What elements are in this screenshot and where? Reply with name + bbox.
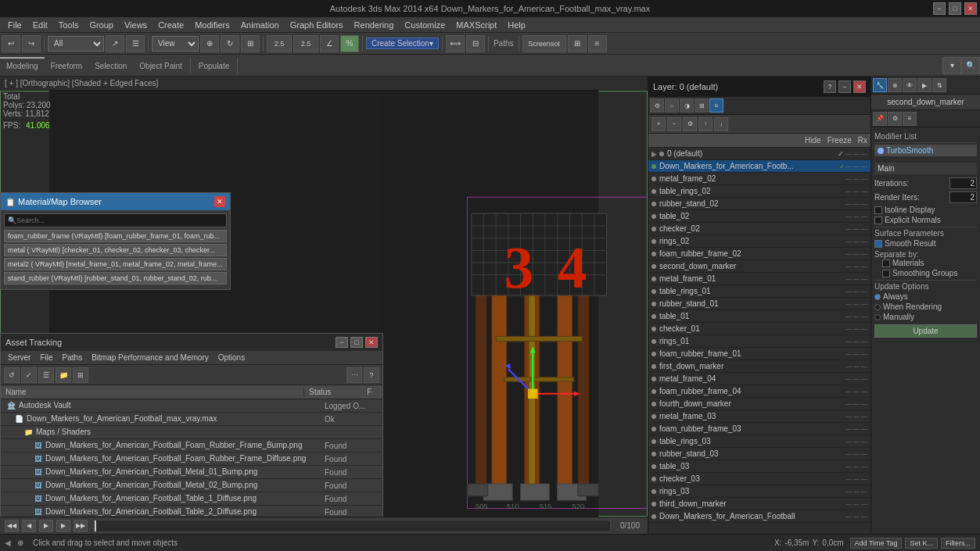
asset-texture-6[interactable]: 🖼Down_Markers_for_American_Football_Tabl… bbox=[1, 506, 382, 517]
set-key-button[interactable]: Set K... bbox=[905, 538, 938, 549]
hide-ctrl-0[interactable]: — bbox=[845, 151, 852, 157]
layer-item-frf04[interactable]: foam_rubber_frame_04 ——— bbox=[648, 385, 871, 398]
mod-configure[interactable]: ⚙ bbox=[888, 112, 902, 126]
layer-item-third[interactable]: third_down_marker ——— bbox=[648, 498, 871, 510]
layer-item-mf03[interactable]: metal_frame_03 ——— bbox=[648, 410, 871, 423]
asset-texture-4[interactable]: 🖼Down_Markers_for_American_Football_Meta… bbox=[1, 479, 382, 492]
freeze-ctrl-sel[interactable]: — bbox=[853, 163, 860, 170]
asset-check[interactable]: ✓ bbox=[21, 367, 37, 383]
layer-item-mf04[interactable]: metal_frame_04 ——— bbox=[648, 373, 871, 385]
frz-mf02[interactable]: — bbox=[853, 176, 860, 182]
asset-menu-server[interactable]: Server bbox=[4, 352, 34, 363]
layer-down[interactable]: ↓ bbox=[714, 117, 728, 131]
play-btn[interactable]: ▶ bbox=[39, 520, 53, 532]
asset-folder[interactable]: 📁 bbox=[56, 367, 71, 383]
tab-populate[interactable]: Populate bbox=[192, 57, 235, 73]
snap-toggle[interactable]: % bbox=[340, 35, 359, 52]
screenshot-button[interactable]: Screensot bbox=[522, 35, 566, 52]
asset-texture-5[interactable]: 🖼Down_Markers_for_American_Football_Tabl… bbox=[1, 492, 382, 506]
maximize-button[interactable]: □ bbox=[949, 2, 961, 15]
layer-item-rs02[interactable]: rubber_stand_02 ——— bbox=[648, 198, 871, 210]
asset-grid[interactable]: ⊞ bbox=[73, 367, 88, 383]
layer-item-rs01[interactable]: rubber_stand_01 ——— bbox=[648, 298, 871, 310]
asset-menu-bitmap[interactable]: Bitmap Performance and Memory bbox=[88, 352, 213, 363]
layer-item-c03[interactable]: checker_03 ——— bbox=[648, 473, 871, 485]
menu-customize[interactable]: Customize bbox=[400, 19, 450, 31]
asset-more[interactable]: ⋯ bbox=[346, 367, 362, 383]
layer-item-0[interactable]: ▶ 0 (default) ✓ — — — bbox=[648, 148, 871, 160]
mod-list[interactable]: ≡ bbox=[903, 112, 917, 126]
ts-materials-check[interactable] bbox=[882, 259, 890, 267]
undo-button[interactable]: ↩ bbox=[2, 35, 20, 52]
menu-maxscript[interactable]: MAXScript bbox=[451, 19, 501, 31]
ts-smoothgroups-check[interactable] bbox=[882, 270, 890, 277]
menu-create[interactable]: Create bbox=[153, 19, 188, 31]
align-button[interactable]: ⊟ bbox=[466, 35, 485, 52]
asset-texture-1[interactable]: 🖼Down_Markers_for_American_Football_Foam… bbox=[1, 439, 382, 453]
menu-modifiers[interactable]: Modifiers bbox=[190, 19, 235, 31]
ts-manually-radio[interactable]: Manually bbox=[874, 313, 977, 321]
del-layer[interactable]: − bbox=[667, 117, 681, 131]
layers-tab active[interactable]: ≡ bbox=[709, 98, 723, 113]
prev-frame[interactable]: ◀ bbox=[22, 520, 36, 532]
utilities-tab[interactable]: ⊞ bbox=[695, 98, 709, 113]
menu-views[interactable]: Views bbox=[120, 19, 152, 31]
layer-item-c01[interactable]: checker_01 ——— bbox=[648, 323, 871, 335]
env-tab[interactable]: ◑ bbox=[680, 98, 694, 113]
display-tab2[interactable]: 👁 bbox=[903, 78, 917, 92]
mat-browser-close[interactable]: ✕ bbox=[214, 196, 225, 207]
asset-help[interactable]: ? bbox=[364, 367, 379, 383]
create-tab[interactable]: ⊕ bbox=[888, 78, 902, 92]
layer-item-fourth[interactable]: fourth_down_marker ——— bbox=[648, 398, 871, 410]
menu-help[interactable]: Help bbox=[503, 19, 530, 31]
freeze-ctrl-0[interactable]: — bbox=[853, 151, 860, 157]
rx-ctrl-sel[interactable]: — bbox=[861, 163, 867, 170]
next-frame[interactable]: ▶ bbox=[56, 520, 70, 532]
menu-animation[interactable]: Animation bbox=[236, 19, 284, 31]
quick-align[interactable]: ⊞ bbox=[568, 35, 587, 52]
redo-button[interactable]: ↪ bbox=[22, 35, 41, 52]
tab-freeform[interactable]: Freeform bbox=[45, 57, 89, 73]
hier-tab[interactable]: ⇅ bbox=[932, 78, 946, 92]
asset-list[interactable]: ☰ bbox=[38, 367, 54, 383]
asset-texture-3[interactable]: 🖼Down_Markers_for_American_Football_Meta… bbox=[1, 466, 382, 479]
mat-browser-search-input[interactable] bbox=[16, 216, 223, 224]
minimize-button[interactable]: − bbox=[933, 2, 946, 15]
ts-isoline-check[interactable] bbox=[874, 206, 882, 214]
ts-explicit-check[interactable] bbox=[874, 216, 882, 224]
layer-item-mf01[interactable]: metal_frame_01 ——— bbox=[648, 273, 871, 285]
layer-item-r02[interactable]: rings_02 ——— bbox=[648, 235, 871, 248]
layer-item-frf03[interactable]: foam_rubber_frame_03 ——— bbox=[648, 423, 871, 435]
menu-edit[interactable]: Edit bbox=[28, 19, 52, 31]
layer-item-frf02[interactable]: foam_rubber_frame_02 ——— bbox=[648, 248, 871, 260]
play-back[interactable]: ◀◀ bbox=[5, 520, 19, 532]
rx-mf02[interactable]: — bbox=[861, 176, 867, 182]
menu-file[interactable]: File bbox=[3, 19, 27, 31]
menu-graph-editors[interactable]: Graph Editors bbox=[285, 19, 348, 31]
layer-minimize[interactable]: − bbox=[838, 81, 851, 93]
modify-tab[interactable]: 🔧 bbox=[873, 78, 887, 92]
layer-item-sdm[interactable]: second_down_marker ——— bbox=[648, 260, 871, 273]
h-tr02[interactable]: — bbox=[845, 188, 852, 195]
move-button[interactable]: ⊕ bbox=[200, 35, 219, 52]
layer-item-fdm[interactable]: first_down_marker ——— bbox=[648, 360, 871, 373]
selection-filter[interactable]: All Geometry Shapes bbox=[48, 36, 104, 52]
select-button[interactable]: ↗ bbox=[106, 35, 124, 52]
view-type[interactable]: View Screen World bbox=[152, 36, 199, 52]
rotate-button[interactable]: ↻ bbox=[221, 35, 239, 52]
layer-settings[interactable]: ⚙ bbox=[683, 117, 697, 131]
layer-item-t01[interactable]: table_01 ——— bbox=[648, 310, 871, 323]
scale-button[interactable]: ⊞ bbox=[241, 35, 260, 52]
ts-iterations-input[interactable] bbox=[949, 177, 977, 189]
menu-group[interactable]: Group bbox=[84, 19, 118, 31]
mat-browser-search[interactable]: 🔍 bbox=[4, 213, 227, 227]
asset-row-maxfile[interactable]: 📄Down_Markers_for_American_Football_max_… bbox=[1, 413, 382, 426]
render-tab[interactable]: ○ bbox=[665, 98, 679, 113]
layer-item-c02[interactable]: checker_02 ——— bbox=[648, 223, 871, 235]
layer-item-rs03[interactable]: rubber_stand_03 ——— bbox=[648, 448, 871, 460]
hide-ctrl-sel[interactable]: — bbox=[845, 163, 852, 170]
layer-close[interactable]: ✕ bbox=[853, 81, 866, 93]
layer-item-t02[interactable]: table_02 ——— bbox=[648, 210, 871, 223]
r-tr02[interactable]: — bbox=[861, 188, 867, 195]
rx-ctrl-0[interactable]: — bbox=[861, 151, 867, 157]
